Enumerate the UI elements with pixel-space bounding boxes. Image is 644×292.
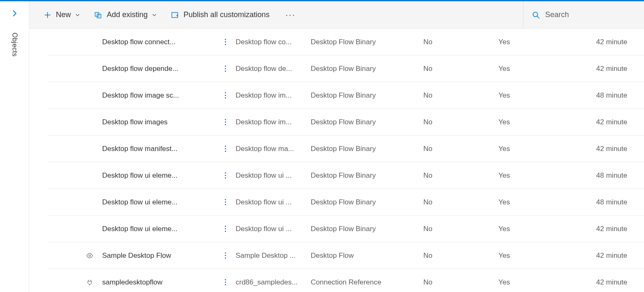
row-more-actions[interactable] bbox=[215, 277, 236, 288]
row-customizable: Yes bbox=[498, 65, 574, 73]
row-modified: 48 minute bbox=[574, 198, 644, 206]
add-existing-icon bbox=[94, 11, 103, 19]
row-modified: 48 minute bbox=[574, 171, 644, 180]
row-more-actions[interactable] bbox=[215, 196, 236, 208]
row-name: Desktop flow im... bbox=[236, 91, 311, 100]
row-name: Desktop flow de... bbox=[236, 65, 311, 73]
more-vertical-icon bbox=[222, 63, 229, 74]
table-row: Sample Desktop Flow Sample Desktop ... D… bbox=[48, 242, 644, 269]
svg-point-4 bbox=[89, 255, 91, 257]
row-modified: 42 minute bbox=[574, 278, 644, 287]
row-display-name[interactable]: sampledesktopflow bbox=[102, 278, 215, 287]
more-vertical-icon bbox=[222, 277, 229, 288]
more-vertical-icon bbox=[222, 116, 229, 128]
row-more-actions[interactable] bbox=[215, 143, 236, 154]
publish-icon bbox=[171, 11, 179, 19]
row-customizable: Yes bbox=[498, 252, 574, 260]
table-row: Desktop flow image sc... Desktop flow im… bbox=[48, 82, 644, 109]
row-modified: 42 minute bbox=[574, 252, 644, 260]
row-type: Desktop Flow Binary bbox=[311, 65, 423, 73]
row-name: Desktop flow im... bbox=[236, 118, 311, 126]
row-modified: 48 minute bbox=[574, 91, 644, 100]
row-managed: No bbox=[423, 171, 498, 180]
row-name: Desktop flow ma... bbox=[236, 145, 311, 153]
row-more-actions[interactable] bbox=[215, 90, 236, 101]
row-display-name[interactable]: Desktop flow manifest... bbox=[102, 145, 215, 153]
row-modified: 42 minute bbox=[574, 118, 644, 126]
row-managed: No bbox=[423, 65, 498, 73]
expand-sidebar-button[interactable] bbox=[8, 7, 21, 21]
row-type-icon bbox=[77, 279, 102, 286]
row-display-name[interactable]: Desktop flow ui eleme... bbox=[102, 171, 215, 180]
row-customizable: Yes bbox=[498, 225, 574, 233]
row-type: Desktop Flow bbox=[311, 252, 423, 260]
row-display-name[interactable]: Desktop flow image sc... bbox=[102, 91, 215, 100]
row-type: Desktop Flow Binary bbox=[311, 118, 423, 126]
plus-icon bbox=[43, 11, 52, 19]
row-display-name[interactable]: Sample Desktop Flow bbox=[102, 252, 215, 260]
overflow-menu-button[interactable]: ··· bbox=[282, 8, 299, 22]
search-icon bbox=[532, 11, 540, 19]
more-vertical-icon bbox=[222, 143, 229, 154]
row-managed: No bbox=[423, 91, 498, 100]
row-display-name[interactable]: Desktop flow ui eleme... bbox=[102, 198, 215, 206]
publish-button[interactable]: Publish all customizations bbox=[169, 8, 271, 22]
row-name: crd86_sampledes... bbox=[236, 278, 311, 287]
sidebar-collapsed: Objects bbox=[0, 1, 29, 292]
row-modified: 42 minute bbox=[574, 65, 644, 73]
objects-table: Desktop flow connect... Desktop flow co.… bbox=[29, 29, 644, 292]
row-modified: 42 minute bbox=[574, 38, 644, 46]
table-row: Desktop flow ui eleme... Desktop flow ui… bbox=[48, 216, 644, 242]
table-row: Desktop flow manifest... Desktop flow ma… bbox=[48, 136, 644, 162]
more-vertical-icon bbox=[222, 36, 229, 48]
more-vertical-icon bbox=[222, 250, 229, 261]
chevron-down-icon bbox=[75, 13, 80, 18]
row-type: Desktop Flow Binary bbox=[311, 225, 423, 233]
row-display-name[interactable]: Desktop flow connect... bbox=[102, 38, 215, 46]
row-customizable: Yes bbox=[498, 171, 574, 180]
row-more-actions[interactable] bbox=[215, 250, 236, 261]
more-vertical-icon bbox=[222, 90, 229, 101]
row-more-actions[interactable] bbox=[215, 36, 236, 48]
row-modified: 42 minute bbox=[574, 145, 644, 153]
row-more-actions[interactable] bbox=[215, 116, 236, 128]
search-input[interactable] bbox=[545, 10, 636, 19]
row-more-actions[interactable] bbox=[215, 170, 236, 181]
row-type: Desktop Flow Binary bbox=[311, 91, 423, 100]
row-display-name[interactable]: Desktop flow ui eleme... bbox=[102, 225, 215, 233]
new-button-label: New bbox=[56, 10, 71, 19]
row-more-actions[interactable] bbox=[215, 223, 236, 234]
table-row: Desktop flow connect... Desktop flow co.… bbox=[48, 29, 644, 55]
row-managed: No bbox=[423, 252, 498, 260]
table-row: Desktop flow ui eleme... Desktop flow ui… bbox=[48, 189, 644, 216]
more-vertical-icon bbox=[222, 196, 229, 208]
row-managed: No bbox=[423, 225, 498, 233]
row-more-actions[interactable] bbox=[215, 63, 236, 74]
new-button[interactable]: New bbox=[42, 8, 82, 22]
publish-label: Publish all customizations bbox=[184, 10, 269, 19]
add-existing-button[interactable]: Add existing bbox=[93, 8, 158, 22]
row-name: Sample Desktop ... bbox=[236, 252, 311, 260]
row-customizable: Yes bbox=[498, 198, 574, 206]
add-existing-label: Add existing bbox=[107, 10, 148, 19]
sidebar-label-objects[interactable]: Objects bbox=[11, 33, 18, 57]
row-type: Desktop Flow Binary bbox=[311, 145, 423, 153]
row-name: Desktop flow co... bbox=[236, 38, 311, 46]
search-region bbox=[523, 1, 636, 28]
row-display-name[interactable]: Desktop flow depende... bbox=[102, 65, 215, 73]
row-type-icon bbox=[77, 252, 102, 259]
row-customizable: Yes bbox=[498, 278, 574, 287]
row-display-name[interactable]: Desktop flow images bbox=[102, 118, 215, 126]
chevron-down-icon bbox=[152, 13, 157, 18]
row-managed: No bbox=[423, 145, 498, 153]
table-row: Desktop flow ui eleme... Desktop flow ui… bbox=[48, 162, 644, 189]
command-bar: New Add existing bbox=[29, 1, 644, 29]
row-customizable: Yes bbox=[498, 38, 574, 46]
row-name: Desktop flow ui ... bbox=[236, 171, 311, 180]
row-managed: No bbox=[423, 38, 498, 46]
more-vertical-icon bbox=[222, 170, 229, 181]
table-row: Desktop flow depende... Desktop flow de.… bbox=[48, 55, 644, 82]
main-area: New Add existing bbox=[29, 1, 644, 292]
more-vertical-icon bbox=[222, 223, 229, 234]
svg-rect-2 bbox=[172, 13, 178, 18]
